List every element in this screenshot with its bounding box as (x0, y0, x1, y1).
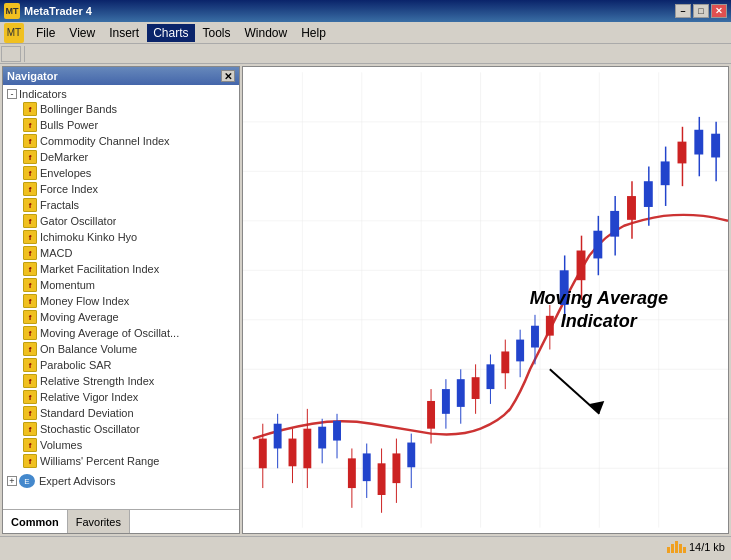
chart-annotation: Moving Average Indicator (530, 287, 668, 334)
navigator-close-button[interactable]: ✕ (221, 70, 235, 82)
item-label: On Balance Volume (40, 343, 137, 355)
item-label: Bulls Power (40, 119, 98, 131)
expert-advisors-header[interactable]: + E Expert Advisors (3, 473, 239, 489)
main-content: Navigator ✕ - Indicators f Bollinger Ban… (0, 64, 731, 536)
svg-rect-29 (348, 458, 356, 488)
indicator-icon: f (23, 454, 37, 468)
list-item[interactable]: f Moving Average (3, 309, 239, 325)
indicator-icon: f (23, 134, 37, 148)
indicators-section-header[interactable]: - Indicators (3, 87, 239, 101)
list-item[interactable]: f Gator Oscillator (3, 213, 239, 229)
svg-rect-17 (259, 439, 267, 469)
list-item[interactable]: f Relative Strength Index (3, 373, 239, 389)
status-text: 14/1 kb (689, 541, 725, 553)
list-item[interactable]: f Stochastic Oscillator (3, 421, 239, 437)
list-item[interactable]: f Relative Vigor Index (3, 389, 239, 405)
svg-rect-59 (577, 251, 586, 281)
svg-rect-75 (711, 134, 720, 158)
list-item[interactable]: f Bollinger Bands (3, 101, 239, 117)
minimize-button[interactable]: – (675, 4, 691, 18)
item-label: Bollinger Bands (40, 103, 117, 115)
svg-rect-65 (627, 196, 636, 220)
item-label: Envelopes (40, 167, 91, 179)
bar-col-5 (683, 547, 686, 553)
bar-col-2 (671, 544, 674, 553)
item-label: Fractals (40, 199, 79, 211)
menu-insert[interactable]: Insert (103, 24, 145, 42)
list-item[interactable]: f Standard Deviation (3, 405, 239, 421)
status-indicator: 14/1 kb (667, 541, 725, 553)
navigator-panel: Navigator ✕ - Indicators f Bollinger Ban… (2, 66, 240, 534)
list-item[interactable]: f Bulls Power (3, 117, 239, 133)
list-item[interactable]: f Ichimoku Kinko Hyo (3, 229, 239, 245)
indicator-icon: f (23, 278, 37, 292)
list-item[interactable]: f Commodity Channel Index (3, 133, 239, 149)
indicator-icon: f (23, 246, 37, 260)
toolbar-placeholder (1, 46, 21, 62)
navigator-tree[interactable]: - Indicators f Bollinger Bands f Bulls P… (3, 85, 239, 509)
svg-rect-47 (486, 364, 494, 389)
item-label: Relative Strength Index (40, 375, 154, 387)
indicator-icon: f (23, 422, 37, 436)
svg-rect-67 (644, 181, 653, 207)
indicator-icon: f (23, 102, 37, 116)
item-label: Volumes (40, 439, 82, 451)
svg-rect-35 (392, 453, 400, 483)
navigator-tabs: Common Favorites (3, 509, 239, 533)
item-label: Moving Average of Oscillat... (40, 327, 179, 339)
list-item[interactable]: f Envelopes (3, 165, 239, 181)
bar-col-3 (675, 541, 678, 553)
list-item[interactable]: f DeMarker (3, 149, 239, 165)
svg-rect-23 (303, 429, 311, 469)
item-label: Money Flow Index (40, 295, 129, 307)
menu-tools[interactable]: Tools (197, 24, 237, 42)
indicator-icon: f (23, 342, 37, 356)
menu-view[interactable]: View (63, 24, 101, 42)
status-bar: 14/1 kb (0, 536, 731, 556)
item-label: Ichimoku Kinko Hyo (40, 231, 137, 243)
list-item[interactable]: f MACD (3, 245, 239, 261)
list-item[interactable]: f Force Index (3, 181, 239, 197)
list-item[interactable]: f Money Flow Index (3, 293, 239, 309)
tab-common[interactable]: Common (3, 510, 68, 533)
item-label: Gator Oscillator (40, 215, 116, 227)
svg-rect-25 (318, 427, 326, 449)
item-label: Standard Deviation (40, 407, 134, 419)
item-label: Moving Average (40, 311, 119, 323)
list-item[interactable]: f Fractals (3, 197, 239, 213)
item-label: MACD (40, 247, 72, 259)
svg-rect-41 (442, 389, 450, 414)
menu-file[interactable]: File (30, 24, 61, 42)
list-item[interactable]: f Market Facilitation Index (3, 261, 239, 277)
svg-rect-69 (661, 161, 670, 185)
indicator-icon: f (23, 214, 37, 228)
annotation-line2: Indicator (530, 310, 668, 333)
list-item[interactable]: f Parabolic SAR (3, 357, 239, 373)
maximize-button[interactable]: □ (693, 4, 709, 18)
item-label: Parabolic SAR (40, 359, 112, 371)
list-item[interactable]: f Momentum (3, 277, 239, 293)
list-item[interactable]: f Volumes (3, 437, 239, 453)
svg-rect-33 (378, 463, 386, 495)
svg-rect-49 (501, 351, 509, 373)
list-item[interactable]: f Williams' Percent Range (3, 453, 239, 469)
menu-help[interactable]: Help (295, 24, 332, 42)
list-item[interactable]: f Moving Average of Oscillat... (3, 325, 239, 341)
indicator-icon: f (23, 198, 37, 212)
expert-advisors-label: Expert Advisors (39, 475, 115, 487)
indicator-icon: f (23, 166, 37, 180)
indicator-icon: f (23, 294, 37, 308)
item-label: Force Index (40, 183, 98, 195)
list-item[interactable]: f On Balance Volume (3, 341, 239, 357)
tab-favorites[interactable]: Favorites (68, 510, 130, 533)
item-label: Stochastic Oscillator (40, 423, 140, 435)
menu-window[interactable]: Window (239, 24, 294, 42)
title-bar: MT MetaTrader 4 – □ ✕ (0, 0, 731, 22)
window-controls: – □ ✕ (675, 4, 727, 18)
toolbar-row (0, 44, 731, 64)
menu-charts[interactable]: Charts (147, 24, 194, 42)
expand-icon: + (7, 476, 17, 486)
indicator-icon: f (23, 118, 37, 132)
svg-rect-61 (593, 231, 602, 259)
close-button[interactable]: ✕ (711, 4, 727, 18)
